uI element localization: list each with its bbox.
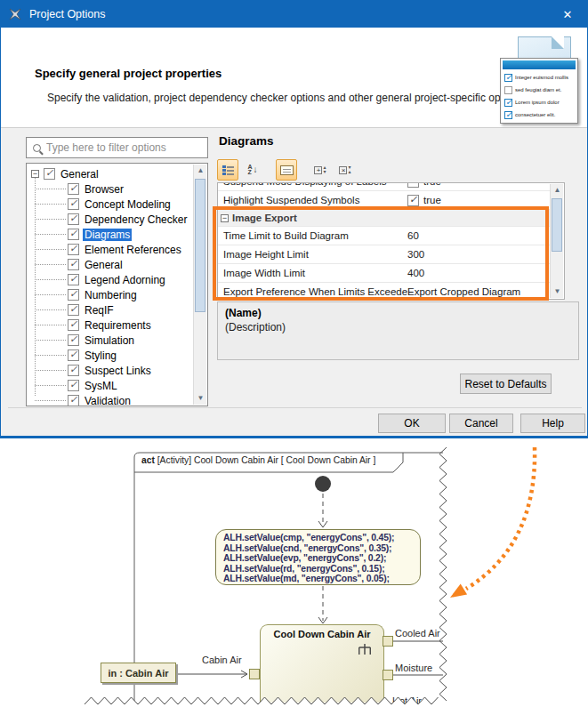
checklist-item: consectetuer elit. [503,108,576,121]
tree-item-diagrams[interactable]: Diagrams [27,227,207,242]
tree-item-element-references[interactable]: Element References [27,242,207,257]
tree-item-dependency-checker[interactable]: Dependency Checker [27,212,207,227]
close-icon[interactable]: ✕ [555,4,580,24]
clipped-property-row[interactable]: Suspend Mode Displaying of Labels true [218,183,550,191]
search-icon [33,144,41,152]
expand-all-button[interactable]: + ▴▾ [310,159,331,181]
scroll-down-icon[interactable]: ▼ [194,392,207,405]
checked-checkbox-icon[interactable] [68,334,79,346]
show-description-button[interactable] [276,159,297,181]
checklist-item: Integer euismod mollis [503,71,576,84]
checklist-item: sed feugiat diam et. [503,84,576,96]
checked-checkbox-icon [504,99,512,107]
options-tree: − General Browser Concept Modeling Depen… [26,163,208,406]
screenshot-root: Project Options ✕ Specify general projec… [0,0,588,715]
magicdraw-logo-icon [8,7,22,21]
tree-item-suspect-links[interactable]: Suspect Links [27,363,207,378]
scroll-up-icon[interactable]: ▲ [551,184,564,197]
window-title: Project Options [29,8,555,20]
initial-node [315,476,331,492]
panel-title: Diagrams [219,134,274,148]
property-row-image-width-limit[interactable]: Image Width Limit 400 [218,264,550,283]
show-description-icon [280,165,294,175]
checklist-titlebar-graphic [503,60,576,69]
checked-checkbox-icon[interactable] [68,319,79,331]
checked-checkbox-icon [504,111,512,119]
categorized-view-icon [222,165,234,175]
checked-checkbox-icon[interactable] [68,304,79,316]
checked-checkbox-icon[interactable] [68,229,79,240]
object-flow-cabin-air [176,671,247,678]
checked-checkbox-icon[interactable] [68,198,79,210]
page-fold-corner [552,36,564,49]
unchecked-checkbox-icon [504,86,512,94]
collapse-expander-icon[interactable]: − [221,214,229,222]
header-title: Specify general project properties [35,67,222,80]
checklist-item: Lorem ipsum dolor [503,96,576,108]
dialog-header: Specify general project properties Speci… [1,28,587,128]
project-options-dialog: Project Options ✕ Specify general projec… [0,0,588,438]
pin-label-cooled-air: Cooled Air [395,628,440,639]
scroll-down-icon[interactable]: ▼ [551,285,564,298]
property-row-export-preference[interactable]: Export Preference When Limits Exceeded E… [218,283,550,300]
sort-alphabetically-icon: AZ ↓ [247,165,257,175]
checklist-illustration: Integer euismod mollis sed feugiat diam … [498,35,584,126]
checked-checkbox-icon[interactable] [68,349,79,361]
checked-checkbox-icon[interactable] [68,365,79,376]
collapse-all-icon: × ▾▴ [339,165,350,174]
action-title: Cool Down Cabin Air [261,629,383,639]
checked-checkbox-icon[interactable] [68,380,79,391]
checked-checkbox-icon[interactable] [68,213,79,225]
ok-button[interactable]: OK [378,414,446,433]
help-button[interactable]: Help [520,414,585,433]
filter-box [26,137,208,158]
title-bar[interactable]: Project Options ✕ [1,1,587,28]
tree-scrollbar[interactable]: ▲ ▼ [193,165,206,405]
tree-item-styling[interactable]: Styling [27,348,207,363]
checked-checkbox-icon[interactable] [68,289,79,301]
tree-item-validation[interactable]: Validation [27,393,207,406]
output-pin-cooled-air [383,636,393,647]
checked-checkbox-icon[interactable] [68,395,79,406]
tree-item-general-root[interactable]: − General [27,166,207,181]
checked-checkbox-icon[interactable] [68,259,79,270]
tree-item-numbering[interactable]: Numbering [27,287,207,302]
tree-item-concept-modeling[interactable]: Concept Modeling [27,197,207,212]
properties-toolbar: AZ ↓ + ▴▾ × ▾▴ [217,158,356,181]
checked-checkbox-icon[interactable] [407,195,419,206]
property-row-image-height-limit[interactable]: Image Height Limit 300 [218,245,550,264]
collapse-expander-icon[interactable]: − [31,170,39,178]
scroll-up-icon[interactable]: ▲ [194,165,207,177]
filter-input[interactable] [41,141,207,154]
scrollbar-thumb[interactable] [552,198,562,252]
frame-label: act [Activity] Cool Down Cabin Air [ Coo… [141,455,401,465]
collapse-all-button[interactable]: × ▾▴ [334,159,356,181]
property-group-image-export[interactable]: − Image Export [218,210,550,227]
categorized-view-button[interactable] [217,159,238,181]
checked-checkbox-icon[interactable] [68,274,79,285]
tree-item-browser[interactable]: Browser [27,181,207,197]
cancel-button[interactable]: Cancel [449,414,513,433]
tree-item-sysml[interactable]: SysML [27,378,207,393]
properties-table: Suspend Mode Displaying of Labels true H… [217,182,565,300]
checked-checkbox-icon[interactable] [44,168,55,180]
reset-to-defaults-button[interactable]: Reset to Defaults [460,374,552,394]
table-scrollbar[interactable]: ▲ ▼ [550,184,563,298]
tree-item-simulation[interactable]: Simulation [27,333,207,348]
checked-checkbox-icon [504,74,512,82]
pin-label-moisture: Moisture [395,663,432,673]
property-row-time-limit[interactable]: Time Limit to Build Diagram 60 [218,227,550,245]
scrollbar-thumb[interactable] [195,179,205,312]
property-row-highlight-suspended-symbols[interactable]: Highlight Suspended Symbols true [218,191,550,210]
checklist-panel-graphic: Integer euismod mollis sed feugiat diam … [500,58,578,124]
checked-checkbox-icon[interactable] [68,183,79,195]
tree-item-reqif[interactable]: ReqIF [27,302,207,317]
tree-item-general[interactable]: General [27,257,207,272]
property-name-placeholder: (Name) [225,307,571,319]
sort-alphabetically-button[interactable]: AZ ↓ [242,159,263,181]
edge-label-cabin-air: Cabin Air [202,655,242,665]
checked-checkbox-icon[interactable] [68,244,79,255]
checked-checkbox-icon[interactable] [407,183,419,188]
tree-item-requirements[interactable]: Requirements [27,317,207,333]
tree-item-legend-adorning[interactable]: Legend Adorning [27,272,207,287]
